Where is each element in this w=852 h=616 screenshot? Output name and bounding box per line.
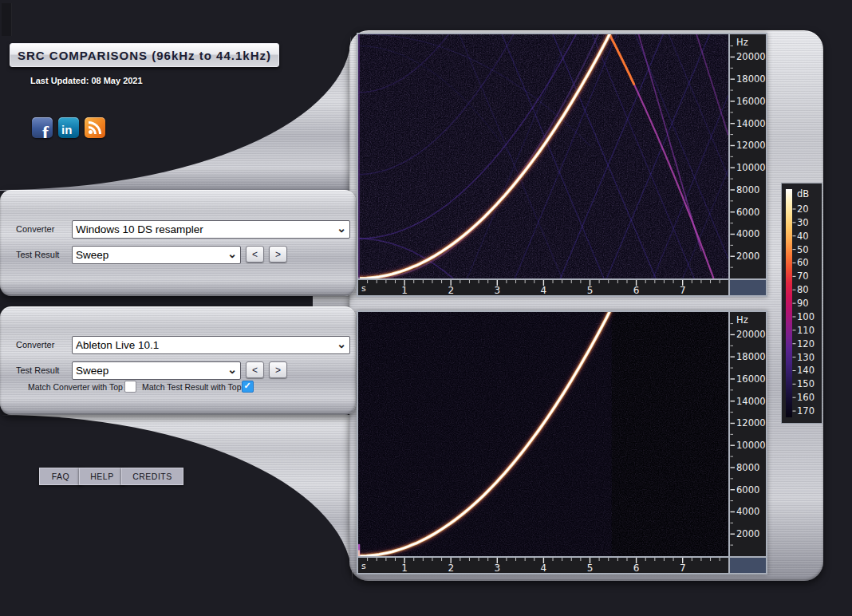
svg-text:1: 1 <box>401 285 408 295</box>
svg-text:60: 60 <box>797 257 809 268</box>
test-result-select-top[interactable]: Sweep <box>73 247 240 263</box>
svg-text:30: 30 <box>797 217 809 228</box>
svg-text:50: 50 <box>797 244 809 255</box>
svg-text:20: 20 <box>797 203 809 215</box>
converter-label-bottom: Converter <box>16 340 54 349</box>
spectrogram-bottom: Hz20004000600080001000012000140001600018… <box>357 310 767 575</box>
svg-text:12000: 12000 <box>736 140 766 151</box>
social-links: f in <box>32 117 105 138</box>
next-test-button-bottom[interactable]: > <box>269 361 287 378</box>
svg-text:3: 3 <box>494 285 500 295</box>
svg-text:2: 2 <box>448 563 454 573</box>
svg-text:Hz: Hz <box>736 314 748 326</box>
converter-select-top-wrap: Windows 10 DS resampler ⌄ <box>72 220 350 239</box>
svg-text:8000: 8000 <box>736 462 759 473</box>
svg-text:1: 1 <box>401 563 408 573</box>
spectrogram-top: Hz20004000600080001000012000140001600018… <box>357 33 767 297</box>
svg-text:8000: 8000 <box>736 184 759 195</box>
svg-text:110: 110 <box>797 325 815 336</box>
svg-text:7: 7 <box>680 285 686 295</box>
converter-select-bottom[interactable]: Ableton Live 10.1 <box>73 337 349 353</box>
svg-text:170: 170 <box>797 405 815 417</box>
converter-panel-bottom: Converter Ableton Live 10.1 ⌄ Test Resul… <box>0 306 356 415</box>
page-title-text: SRC COMPARISONS (96kHz to 44.1kHz) <box>18 49 271 62</box>
svg-text:6: 6 <box>633 563 640 573</box>
svg-text:14000: 14000 <box>736 118 766 129</box>
svg-text:6: 6 <box>633 285 640 295</box>
svg-text:4000: 4000 <box>736 228 759 239</box>
svg-text:3: 3 <box>494 563 500 573</box>
svg-text:4000: 4000 <box>736 506 759 517</box>
svg-text:90: 90 <box>797 298 809 309</box>
svg-text:140: 140 <box>797 365 815 376</box>
credits-button[interactable]: CREDITS <box>121 468 183 485</box>
svg-text:20000: 20000 <box>736 329 766 340</box>
svg-text:Hz: Hz <box>736 37 748 48</box>
svg-text:120: 120 <box>797 338 815 349</box>
svg-text:12000: 12000 <box>736 417 766 428</box>
svg-text:4: 4 <box>541 563 547 573</box>
svg-text:16000: 16000 <box>736 373 766 385</box>
svg-text:2000: 2000 <box>736 528 759 539</box>
svg-text:10000: 10000 <box>736 162 766 173</box>
svg-text:6000: 6000 <box>736 207 759 218</box>
match-converter-label: Match Converter with Top <box>28 382 123 392</box>
svg-text:2: 2 <box>448 285 454 295</box>
page: SRC COMPARISONS (96kHz to 44.1kHz) Last … <box>0 0 852 616</box>
next-test-button-top[interactable]: > <box>269 246 287 263</box>
svg-text:2000: 2000 <box>736 251 759 262</box>
test-result-select-bottom-wrap: Sweep ⌄ <box>72 361 241 380</box>
svg-text:160: 160 <box>797 392 815 403</box>
svg-text:18000: 18000 <box>736 351 766 362</box>
svg-text:14000: 14000 <box>736 396 766 407</box>
svg-text:6000: 6000 <box>736 484 759 496</box>
svg-text:100: 100 <box>797 311 815 322</box>
svg-text:4: 4 <box>541 285 547 295</box>
svg-text:7: 7 <box>680 563 686 573</box>
test-result-label-top: Test Result <box>16 250 59 259</box>
facebook-icon[interactable]: f <box>32 117 53 138</box>
prev-test-button-bottom[interactable]: < <box>246 361 264 378</box>
match-test-result-checkbox[interactable] <box>242 381 254 393</box>
converter-label-top: Converter <box>16 224 54 234</box>
last-updated-text: Last Updated: 08 May 2021 <box>30 76 143 85</box>
svg-text:s: s <box>361 283 366 294</box>
svg-text:16000: 16000 <box>736 96 766 107</box>
db-colorbar: dB20304050607080901001101201301401501601… <box>781 183 822 424</box>
test-result-select-bottom[interactable]: Sweep <box>73 362 240 379</box>
converter-panel-top: Converter Windows 10 DS resampler ⌄ Test… <box>0 190 356 296</box>
svg-text:5: 5 <box>587 563 594 573</box>
page-title: SRC COMPARISONS (96kHz to 44.1kHz) <box>10 43 279 67</box>
converter-select-top[interactable]: Windows 10 DS resampler <box>73 221 349 238</box>
db-colorbar-canvas: dB20304050607080901001101201301401501601… <box>782 184 822 423</box>
svg-text:18000: 18000 <box>736 73 766 85</box>
svg-text:10000: 10000 <box>736 440 766 451</box>
spectrogram-bottom-canvas: Hz20004000600080001000012000140001600018… <box>358 312 766 573</box>
test-result-label-bottom: Test Result <box>16 365 59 375</box>
converter-select-bottom-wrap: Ableton Live 10.1 ⌄ <box>72 336 350 354</box>
rss-icon[interactable] <box>85 117 105 138</box>
spectrogram-top-canvas: Hz20004000600080001000012000140001600018… <box>358 34 766 295</box>
svg-text:80: 80 <box>797 284 809 295</box>
test-result-select-top-wrap: Sweep ⌄ <box>72 246 241 264</box>
help-button[interactable]: HELP <box>79 468 125 485</box>
svg-text:5: 5 <box>587 285 594 295</box>
svg-text:70: 70 <box>797 270 809 282</box>
faq-button[interactable]: FAQ <box>39 468 82 485</box>
prev-test-button-top[interactable]: < <box>246 246 264 263</box>
svg-text:dB: dB <box>797 188 809 199</box>
match-converter-checkbox[interactable] <box>124 381 136 393</box>
match-test-result-label: Match Test Result with Top <box>142 382 242 392</box>
svg-text:150: 150 <box>797 378 815 389</box>
svg-text:40: 40 <box>797 231 809 242</box>
linkedin-icon[interactable]: in <box>58 117 79 138</box>
svg-text:130: 130 <box>797 352 815 363</box>
svg-text:20000: 20000 <box>736 51 766 62</box>
svg-text:s: s <box>361 561 366 571</box>
